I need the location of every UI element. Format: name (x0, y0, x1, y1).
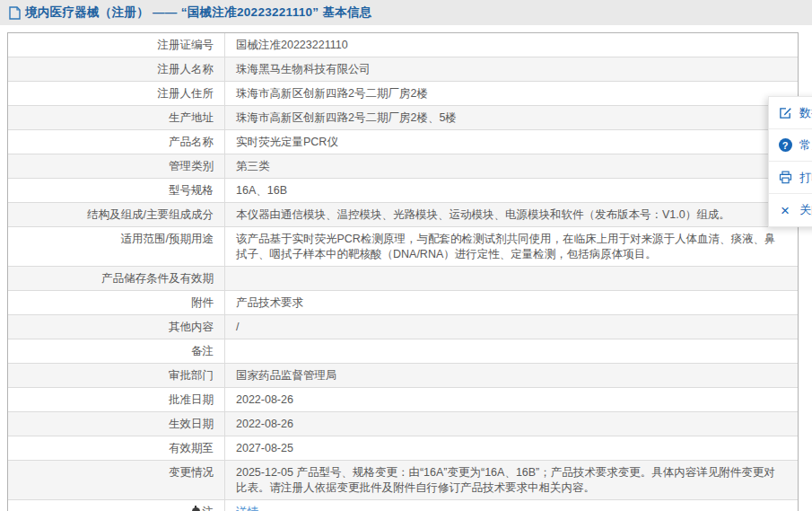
row-value: 16A、16B (225, 179, 798, 202)
row-value: 实时荧光定量PCR仪 (225, 130, 798, 154)
table-row: 注详情 (8, 499, 798, 511)
page: { "header": { "title": "境内医疗器械（注册） —— “国… (0, 0, 812, 511)
row-value: / (225, 315, 798, 339)
row-value: 珠海市高新区创新四路2号二期厂房2楼 (225, 82, 798, 105)
page-header: 境内医疗器械（注册） —— “国械注准20223221110” 基本信息 (0, 0, 812, 25)
table-row: 注册人住所珠海市高新区创新四路2号二期厂房2楼 (8, 81, 798, 105)
row-label: 管理类别 (8, 154, 225, 178)
document-icon (9, 6, 21, 20)
question-icon: ? (778, 138, 792, 153)
row-label: 生产地址 (8, 106, 225, 129)
menu-item-label: 常见 (799, 137, 812, 154)
row-value: 产品技术要求 (225, 291, 798, 314)
table-row: 备注 (8, 339, 798, 363)
row-label: 审批部门 (8, 364, 225, 387)
row-label: 变更情况 (8, 461, 225, 499)
table-row: 型号规格16A、16B (8, 178, 798, 202)
table-row: 结构及组成/主要组成成分本仪器由通信模块、温控模块、光路模块、运动模块、电源模块… (8, 202, 798, 226)
table-row: 变更情况2025-12-05 产品型号、规格变更：由“16A”变更为“16A、1… (8, 460, 798, 499)
table-row: 生产地址珠海市高新区创新四路2号二期厂房2楼、5楼 (8, 105, 798, 129)
menu-item-label: 关闭 (799, 202, 812, 218)
details-link[interactable]: 详情 (236, 506, 258, 511)
row-value: 2027-08-25 (225, 436, 798, 460)
row-value: 珠海黑马生物科技有限公司 (225, 57, 798, 81)
table-row: 注册证编号国械注准20223221110 (8, 33, 798, 57)
row-value: 珠海市高新区创新四路2号二期厂房2楼、5楼 (225, 106, 798, 129)
menu-item-label: 数据 (799, 105, 812, 121)
row-label: 备注 (8, 339, 225, 363)
edit-icon (778, 106, 792, 120)
row-value: 该产品基于实时荧光PCR检测原理，与配套的检测试剂共同使用，在临床上用于对来源于… (225, 227, 798, 266)
row-value: 本仪器由通信模块、温控模块、光路模块、运动模块、电源模块和软件（发布版本号：V1… (225, 203, 798, 226)
menu-item-question[interactable]: ?常见 (769, 129, 812, 162)
table-row: 审批部门国家药品监督管理局 (8, 363, 798, 387)
printer-icon (778, 171, 792, 185)
menu-item-printer[interactable]: 打印 (769, 162, 812, 194)
menu-item-edit[interactable]: 数据 (769, 97, 812, 129)
table-row: 其他内容/ (8, 314, 798, 339)
table-row: 注册人名称珠海黑马生物科技有限公司 (8, 57, 798, 81)
table-row: 生效日期2022-08-26 (8, 411, 798, 436)
row-label: 批准日期 (8, 388, 225, 411)
table-row: 适用范围/预期用途该产品基于实时荧光PCR检测原理，与配套的检测试剂共同使用，在… (8, 226, 798, 266)
row-label: 附件 (8, 291, 225, 314)
row-value (225, 267, 798, 290)
row-label: 型号规格 (8, 179, 225, 202)
row-label: 适用范围/预期用途 (8, 227, 225, 266)
table-row: 有效期至2027-08-25 (8, 436, 798, 460)
table-row: 产品储存条件及有效期 (8, 266, 798, 290)
close-icon: × (778, 203, 792, 217)
row-value: 国械注准20223221110 (225, 33, 798, 57)
table-row: 附件产品技术要求 (8, 290, 798, 314)
row-label: 注册证编号 (8, 33, 225, 57)
row-value: 2022-08-26 (225, 388, 798, 411)
row-value: 第三类 (225, 154, 798, 178)
menu-item-label: 打印 (799, 170, 812, 186)
menu-item-close[interactable]: ×关闭 (769, 194, 812, 226)
bulb-icon (192, 507, 200, 511)
row-label: 产品名称 (8, 130, 225, 154)
row-label: 注册人名称 (8, 57, 225, 81)
table-row: 批准日期2022-08-26 (8, 387, 798, 411)
row-label: 注 (8, 500, 225, 511)
row-label: 注册人住所 (8, 82, 225, 105)
table-row: 产品名称实时荧光定量PCR仪 (8, 129, 798, 154)
registration-info-table: 注册证编号国械注准20223221110注册人名称珠海黑马生物科技有限公司注册人… (7, 32, 799, 511)
row-value: 详情 (225, 500, 798, 511)
row-label: 有效期至 (8, 436, 225, 460)
row-label: 其他内容 (8, 315, 225, 339)
row-value: 2025-12-05 产品型号、规格变更：由“16A”变更为“16A、16B”；… (225, 461, 798, 499)
row-label: 结构及组成/主要组成成分 (8, 203, 225, 226)
row-value: 国家药品监督管理局 (225, 364, 798, 387)
table-row: 管理类别第三类 (8, 154, 798, 178)
row-label: 产品储存条件及有效期 (8, 267, 225, 290)
row-value (225, 339, 798, 363)
row-label: 生效日期 (8, 412, 225, 436)
row-value: 2022-08-26 (225, 412, 798, 436)
side-action-menu: 数据?常见打印×关闭 (768, 96, 812, 227)
page-title: 境内医疗器械（注册） —— “国械注准20223221110” 基本信息 (25, 4, 372, 21)
